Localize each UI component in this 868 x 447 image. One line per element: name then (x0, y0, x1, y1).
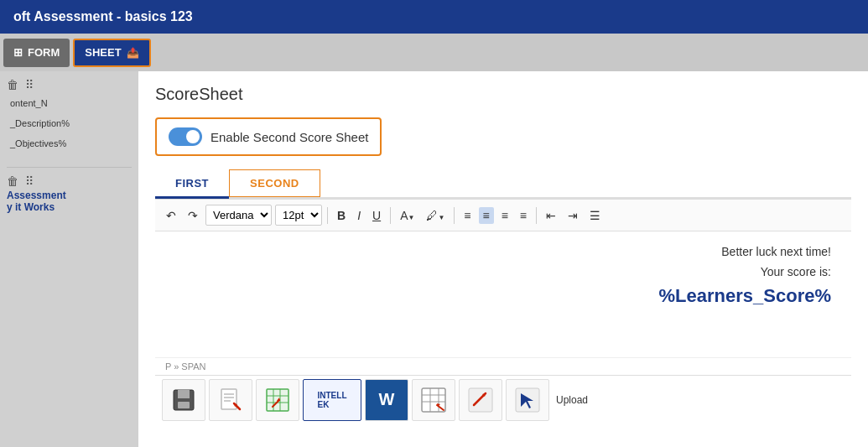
svg-rect-3 (221, 389, 236, 409)
sidebar-works[interactable]: y it Works (7, 201, 132, 213)
font-color-button[interactable]: A▼ (396, 207, 418, 224)
form-tab-label: FORM (28, 46, 60, 59)
cursor-icon-btn[interactable] (506, 379, 549, 421)
cursor-icon (514, 387, 541, 413)
enable-toggle-row[interactable]: Enable Second Score Sheet (155, 117, 382, 156)
list-format-button[interactable]: ☰ (585, 207, 605, 224)
sidebar-item-description: _Description% (7, 113, 132, 133)
sidebar-item-text-2: _Description% (10, 118, 70, 128)
divider-3 (454, 207, 455, 224)
tab-sheet[interactable]: SHEET 📤 (73, 39, 150, 67)
save-icon (170, 387, 197, 413)
sheet-tab-label: SHEET (85, 46, 121, 59)
italic-button[interactable]: I (353, 207, 365, 224)
editor-toolbar: ↶ ↷ Verdana 12pt B I U A▼ 🖊▼ ≡ ≡ ≡ ≡ ⇤ ⇥… (155, 199, 851, 231)
underline-button[interactable]: U (368, 207, 385, 224)
main-area: 🗑 ⠿ ontent_N _Description% _Objectives% … (0, 71, 868, 447)
form-tab-icon: ⊞ (13, 46, 23, 59)
align-center-button[interactable]: ≡ (479, 207, 494, 224)
tab-first[interactable]: FIRST (155, 169, 229, 199)
align-justify-button[interactable]: ≡ (516, 207, 531, 224)
bottom-toolbar: INTELLEK W (155, 375, 851, 424)
spreadsheet-icon-btn[interactable] (256, 379, 299, 421)
table-icon-btn[interactable] (412, 379, 455, 421)
sub-tabs: FIRST SECOND (155, 169, 851, 199)
indent-button[interactable]: ⇥ (564, 207, 582, 224)
editor-line-2: Your score is: (175, 265, 831, 278)
toggle-label: Enable Second Score Sheet (211, 130, 368, 144)
arrow-icon-btn[interactable] (459, 379, 502, 421)
enable-toggle[interactable] (169, 127, 202, 146)
table-icon (420, 387, 447, 413)
drag-icon-2[interactable]: ⠿ (25, 174, 34, 188)
app-title: oft Assessment - basics 123 (13, 9, 193, 24)
editor-line-1: Better luck next time! (175, 245, 831, 258)
svg-rect-20 (469, 388, 492, 412)
svg-rect-2 (178, 402, 190, 408)
upload-label: Upload (553, 394, 588, 406)
divider-2 (390, 207, 391, 224)
svg-rect-1 (178, 390, 190, 398)
save-icon-btn[interactable] (162, 379, 205, 421)
status-text: P » SPAN (165, 361, 206, 372)
sidebar-bottom: 🗑 ⠿ Assessment y it Works (7, 167, 132, 213)
sidebar-assessment[interactable]: Assessment (7, 190, 132, 201)
sidebar-item-content: ontent_N (7, 93, 132, 113)
undo-button[interactable]: ↶ (162, 207, 180, 224)
sidebar-item-objectives: _Objectives% (7, 133, 132, 153)
tab-bar: ⊞ FORM SHEET 📤 (0, 34, 868, 71)
sidebar: 🗑 ⠿ ontent_N _Description% _Objectives% … (0, 71, 138, 447)
doc-icon (217, 387, 244, 413)
drag-icon[interactable]: ⠿ (25, 78, 34, 91)
tab-form[interactable]: ⊞ FORM (3, 39, 70, 67)
tab-second[interactable]: SECOND (229, 169, 320, 197)
font-select[interactable]: Verdana (205, 205, 272, 226)
intellek-icon-btn[interactable]: INTELLEK (303, 379, 361, 421)
spreadsheet-icon (264, 387, 291, 413)
panel: ScoreSheet Enable Second Score Sheet FIR… (138, 71, 868, 447)
intellek-label: INTELLEK (318, 391, 347, 409)
divider-4 (536, 207, 537, 224)
editor-variable: %Learners_Score% (175, 285, 831, 307)
sidebar-bottom-controls: 🗑 ⠿ (7, 174, 132, 188)
align-right-button[interactable]: ≡ (497, 207, 512, 224)
trash-icon-2[interactable]: 🗑 (7, 174, 18, 188)
divider-1 (327, 207, 328, 224)
sidebar-controls: 🗑 ⠿ (7, 78, 132, 91)
status-bar: P » SPAN (155, 357, 851, 375)
sidebar-item-text-3: _Objectives% (10, 138, 66, 148)
editor-content[interactable]: Better luck next time! Your score is: %L… (155, 231, 851, 357)
panel-title: ScoreSheet (155, 85, 851, 104)
bold-button[interactable]: B (333, 207, 350, 224)
highlight-button[interactable]: 🖊▼ (422, 207, 449, 224)
outdent-button[interactable]: ⇤ (542, 207, 560, 224)
doc-icon-btn[interactable] (209, 379, 252, 421)
arrow-icon (467, 387, 494, 413)
align-left-button[interactable]: ≡ (460, 207, 475, 224)
sheet-tab-icon: 📤 (127, 47, 139, 59)
sidebar-item-text-1: ontent_N (10, 98, 48, 108)
word-icon-btn[interactable]: W (365, 379, 408, 421)
redo-button[interactable]: ↷ (184, 207, 202, 224)
size-select[interactable]: 12pt (275, 205, 322, 226)
word-icon: W (379, 390, 395, 409)
trash-icon[interactable]: 🗑 (7, 78, 18, 91)
title-bar: oft Assessment - basics 123 (0, 0, 868, 34)
